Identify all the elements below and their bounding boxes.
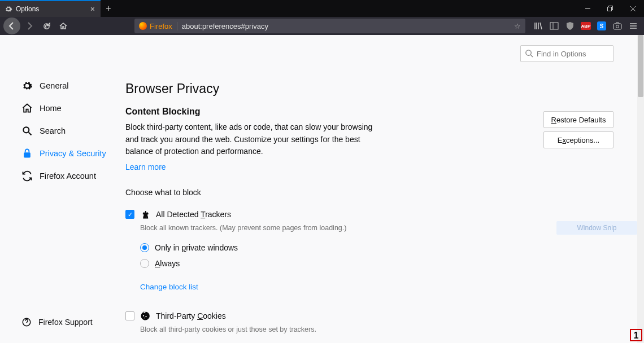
search-wrapper [520, 45, 613, 62]
svg-rect-14 [24, 152, 31, 157]
trackers-checkbox[interactable] [125, 210, 134, 219]
section-description: Block third-party content, like ads or c… [125, 121, 382, 158]
sidebar-item-label: Firefox Account [40, 172, 96, 181]
identity-label: Firefox [150, 22, 172, 30]
svg-point-12 [23, 127, 29, 133]
tab-title: Options [16, 5, 90, 13]
search-icon [525, 49, 533, 58]
sidebar-item-privacy[interactable]: Privacy & Security [0, 142, 115, 165]
svg-rect-7 [613, 24, 621, 29]
radio-always[interactable] [140, 259, 149, 268]
nav-toolbar: Firefox about:preferences#privacy ☆ ABP … [0, 17, 644, 35]
learn-more-link[interactable]: Learn more [125, 162, 166, 172]
sidebar-toggle-icon[interactable] [547, 19, 562, 33]
home-button[interactable] [55, 18, 71, 34]
gear-icon [21, 80, 33, 91]
page-content: General Home Search Privacy & Security F… [0, 35, 637, 343]
minimize-button[interactable] [576, 0, 599, 17]
radio-label: Only in private windows [155, 243, 238, 252]
s-extension-icon[interactable]: S [594, 19, 609, 33]
gear-icon [5, 5, 12, 13]
choose-label: Choose what to block [125, 188, 637, 197]
titlebar: Options × + [0, 0, 644, 17]
svg-point-16 [526, 50, 531, 55]
reload-button[interactable] [38, 18, 54, 34]
main-panel: Browser Privacy Content Blocking Block t… [115, 35, 637, 343]
close-icon[interactable]: × [90, 5, 95, 13]
sidebar-item-account[interactable]: Firefox Account [0, 165, 115, 187]
page-title: Browser Privacy [125, 81, 637, 96]
home-icon [21, 103, 33, 114]
change-block-list-link[interactable]: Change block list [140, 283, 198, 291]
svg-rect-2 [607, 7, 611, 11]
window-snip-overlay: Window Snip [556, 221, 637, 235]
restore-button[interactable] [599, 0, 621, 17]
trackers-label: All Detected Trackers [156, 210, 231, 219]
radio-private-windows[interactable] [140, 243, 149, 252]
sidebar-item-label: General [40, 81, 69, 90]
question-icon [21, 317, 32, 327]
forward-button[interactable] [21, 18, 37, 34]
vertical-scrollbar[interactable] [637, 35, 644, 343]
firefox-logo-icon [139, 22, 147, 30]
sidebar-item-label: Privacy & Security [40, 149, 106, 158]
sidebar-item-search[interactable]: Search [0, 120, 115, 142]
sidebar-item-label: Home [40, 104, 62, 113]
lock-icon [21, 148, 33, 159]
svg-line-17 [530, 55, 533, 57]
library-icon[interactable] [531, 19, 546, 33]
scrollbar-thumb[interactable] [638, 35, 643, 97]
radio-label: Always [155, 259, 180, 268]
bookmark-star-icon[interactable]: ☆ [514, 22, 521, 30]
menu-button[interactable] [626, 19, 641, 33]
shield-icon[interactable] [563, 19, 577, 33]
abp-icon[interactable]: ABP [578, 19, 593, 33]
cookie-icon [140, 311, 150, 321]
exceptions-button[interactable]: Exceptions... [543, 131, 613, 148]
search-icon [21, 125, 33, 137]
cookies-checkbox[interactable] [125, 311, 134, 320]
svg-rect-5 [550, 23, 558, 29]
corner-badge: 1 [629, 328, 643, 342]
browser-tab[interactable]: Options × [0, 0, 101, 17]
search-input[interactable] [520, 45, 613, 62]
sidebar-support-link[interactable]: Firefox Support [21, 317, 93, 327]
svg-point-8 [616, 25, 619, 28]
svg-text:1: 1 [634, 331, 639, 340]
new-tab-button[interactable]: + [101, 3, 116, 14]
settings-sidebar: General Home Search Privacy & Security F… [0, 35, 115, 343]
restore-defaults-button[interactable]: Restore Defaults [543, 111, 613, 128]
svg-line-13 [29, 133, 32, 135]
identity-chip[interactable]: Firefox [139, 22, 177, 30]
close-window-button[interactable] [621, 0, 644, 17]
trackers-icon [140, 209, 150, 219]
back-button[interactable] [3, 17, 20, 34]
url-bar[interactable]: Firefox about:preferences#privacy ☆ [134, 19, 525, 33]
sidebar-item-home[interactable]: Home [0, 97, 115, 120]
screenshot-icon[interactable] [610, 19, 625, 33]
sidebar-item-general[interactable]: General [0, 74, 115, 97]
sidebar-item-label: Search [40, 126, 66, 135]
url-text: about:preferences#privacy [182, 22, 514, 30]
support-label: Firefox Support [38, 318, 93, 327]
sync-icon [21, 170, 33, 182]
cookies-sublabel: Block all third-party cookies or just th… [140, 326, 637, 333]
cookies-label: Third-Party Cookies [156, 311, 226, 320]
